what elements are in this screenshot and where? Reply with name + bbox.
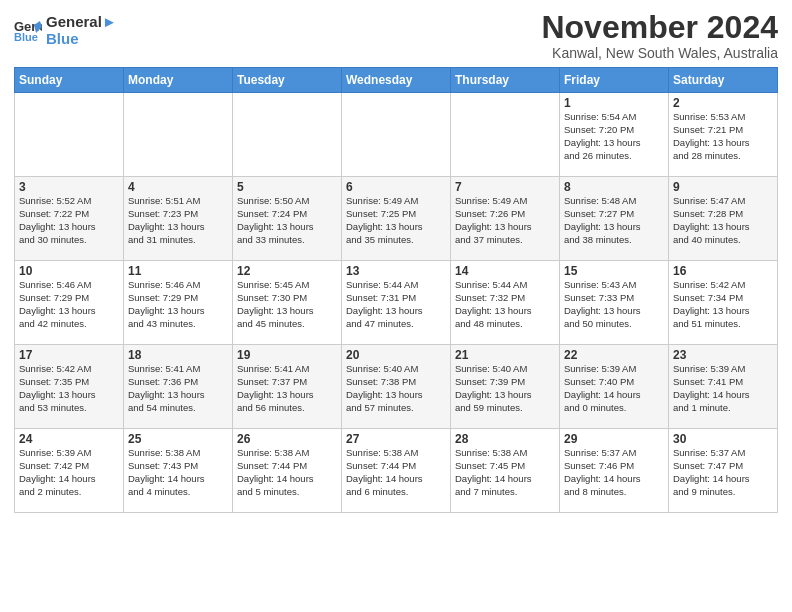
calendar-cell: 22Sunrise: 5:39 AM Sunset: 7:40 PM Dayli… (560, 345, 669, 429)
calendar-cell: 26Sunrise: 5:38 AM Sunset: 7:44 PM Dayli… (233, 429, 342, 513)
page-container: General Blue General► Blue November 2024… (0, 0, 792, 612)
day-info: Sunrise: 5:38 AM Sunset: 7:43 PM Dayligh… (128, 447, 228, 498)
calendar-header-row: Sunday Monday Tuesday Wednesday Thursday… (15, 68, 778, 93)
calendar-cell: 4Sunrise: 5:51 AM Sunset: 7:23 PM Daylig… (124, 177, 233, 261)
calendar-cell: 14Sunrise: 5:44 AM Sunset: 7:32 PM Dayli… (451, 261, 560, 345)
day-info: Sunrise: 5:48 AM Sunset: 7:27 PM Dayligh… (564, 195, 664, 246)
day-number: 11 (128, 264, 228, 278)
day-info: Sunrise: 5:47 AM Sunset: 7:28 PM Dayligh… (673, 195, 773, 246)
day-number: 12 (237, 264, 337, 278)
day-number: 22 (564, 348, 664, 362)
day-info: Sunrise: 5:41 AM Sunset: 7:36 PM Dayligh… (128, 363, 228, 414)
calendar-cell: 30Sunrise: 5:37 AM Sunset: 7:47 PM Dayli… (669, 429, 778, 513)
calendar-cell (124, 93, 233, 177)
day-info: Sunrise: 5:40 AM Sunset: 7:39 PM Dayligh… (455, 363, 555, 414)
calendar-cell: 21Sunrise: 5:40 AM Sunset: 7:39 PM Dayli… (451, 345, 560, 429)
calendar-cell (342, 93, 451, 177)
day-number: 18 (128, 348, 228, 362)
header: General Blue General► Blue November 2024… (14, 10, 778, 61)
logo-general: General► (46, 14, 117, 31)
calendar-cell: 11Sunrise: 5:46 AM Sunset: 7:29 PM Dayli… (124, 261, 233, 345)
calendar-cell: 25Sunrise: 5:38 AM Sunset: 7:43 PM Dayli… (124, 429, 233, 513)
calendar-cell: 9Sunrise: 5:47 AM Sunset: 7:28 PM Daylig… (669, 177, 778, 261)
calendar-cell: 27Sunrise: 5:38 AM Sunset: 7:44 PM Dayli… (342, 429, 451, 513)
week-row-1: 3Sunrise: 5:52 AM Sunset: 7:22 PM Daylig… (15, 177, 778, 261)
day-number: 16 (673, 264, 773, 278)
day-info: Sunrise: 5:41 AM Sunset: 7:37 PM Dayligh… (237, 363, 337, 414)
day-info: Sunrise: 5:52 AM Sunset: 7:22 PM Dayligh… (19, 195, 119, 246)
day-number: 5 (237, 180, 337, 194)
day-info: Sunrise: 5:38 AM Sunset: 7:45 PM Dayligh… (455, 447, 555, 498)
calendar-cell: 1Sunrise: 5:54 AM Sunset: 7:20 PM Daylig… (560, 93, 669, 177)
day-number: 30 (673, 432, 773, 446)
calendar-cell: 16Sunrise: 5:42 AM Sunset: 7:34 PM Dayli… (669, 261, 778, 345)
day-info: Sunrise: 5:54 AM Sunset: 7:20 PM Dayligh… (564, 111, 664, 162)
header-wednesday: Wednesday (342, 68, 451, 93)
day-number: 8 (564, 180, 664, 194)
title-area: November 2024 Kanwal, New South Wales, A… (541, 10, 778, 61)
month-title: November 2024 (541, 10, 778, 45)
day-number: 1 (564, 96, 664, 110)
day-number: 27 (346, 432, 446, 446)
week-row-2: 10Sunrise: 5:46 AM Sunset: 7:29 PM Dayli… (15, 261, 778, 345)
calendar-cell: 2Sunrise: 5:53 AM Sunset: 7:21 PM Daylig… (669, 93, 778, 177)
day-number: 13 (346, 264, 446, 278)
header-thursday: Thursday (451, 68, 560, 93)
day-number: 21 (455, 348, 555, 362)
day-number: 17 (19, 348, 119, 362)
day-info: Sunrise: 5:45 AM Sunset: 7:30 PM Dayligh… (237, 279, 337, 330)
calendar-cell: 15Sunrise: 5:43 AM Sunset: 7:33 PM Dayli… (560, 261, 669, 345)
day-info: Sunrise: 5:44 AM Sunset: 7:32 PM Dayligh… (455, 279, 555, 330)
day-info: Sunrise: 5:42 AM Sunset: 7:35 PM Dayligh… (19, 363, 119, 414)
calendar-cell: 12Sunrise: 5:45 AM Sunset: 7:30 PM Dayli… (233, 261, 342, 345)
day-number: 26 (237, 432, 337, 446)
day-info: Sunrise: 5:49 AM Sunset: 7:26 PM Dayligh… (455, 195, 555, 246)
calendar-cell: 20Sunrise: 5:40 AM Sunset: 7:38 PM Dayli… (342, 345, 451, 429)
day-number: 14 (455, 264, 555, 278)
day-info: Sunrise: 5:49 AM Sunset: 7:25 PM Dayligh… (346, 195, 446, 246)
header-saturday: Saturday (669, 68, 778, 93)
calendar-cell: 18Sunrise: 5:41 AM Sunset: 7:36 PM Dayli… (124, 345, 233, 429)
day-number: 6 (346, 180, 446, 194)
day-info: Sunrise: 5:39 AM Sunset: 7:40 PM Dayligh… (564, 363, 664, 414)
week-row-0: 1Sunrise: 5:54 AM Sunset: 7:20 PM Daylig… (15, 93, 778, 177)
day-number: 19 (237, 348, 337, 362)
calendar-cell: 19Sunrise: 5:41 AM Sunset: 7:37 PM Dayli… (233, 345, 342, 429)
day-number: 7 (455, 180, 555, 194)
calendar-table: Sunday Monday Tuesday Wednesday Thursday… (14, 67, 778, 513)
day-number: 24 (19, 432, 119, 446)
day-info: Sunrise: 5:46 AM Sunset: 7:29 PM Dayligh… (19, 279, 119, 330)
day-info: Sunrise: 5:51 AM Sunset: 7:23 PM Dayligh… (128, 195, 228, 246)
day-info: Sunrise: 5:37 AM Sunset: 7:47 PM Dayligh… (673, 447, 773, 498)
day-number: 29 (564, 432, 664, 446)
day-number: 2 (673, 96, 773, 110)
location: Kanwal, New South Wales, Australia (541, 45, 778, 61)
svg-text:Blue: Blue (14, 31, 38, 43)
header-tuesday: Tuesday (233, 68, 342, 93)
day-info: Sunrise: 5:50 AM Sunset: 7:24 PM Dayligh… (237, 195, 337, 246)
header-monday: Monday (124, 68, 233, 93)
header-friday: Friday (560, 68, 669, 93)
day-info: Sunrise: 5:44 AM Sunset: 7:31 PM Dayligh… (346, 279, 446, 330)
day-number: 4 (128, 180, 228, 194)
day-info: Sunrise: 5:38 AM Sunset: 7:44 PM Dayligh… (346, 447, 446, 498)
calendar-cell: 29Sunrise: 5:37 AM Sunset: 7:46 PM Dayli… (560, 429, 669, 513)
day-info: Sunrise: 5:37 AM Sunset: 7:46 PM Dayligh… (564, 447, 664, 498)
calendar-cell: 7Sunrise: 5:49 AM Sunset: 7:26 PM Daylig… (451, 177, 560, 261)
logo-blue: Blue (46, 31, 117, 48)
calendar-cell (15, 93, 124, 177)
logo: General Blue General► Blue (14, 14, 117, 47)
day-number: 25 (128, 432, 228, 446)
calendar-cell: 5Sunrise: 5:50 AM Sunset: 7:24 PM Daylig… (233, 177, 342, 261)
calendar-cell: 13Sunrise: 5:44 AM Sunset: 7:31 PM Dayli… (342, 261, 451, 345)
calendar-cell: 8Sunrise: 5:48 AM Sunset: 7:27 PM Daylig… (560, 177, 669, 261)
calendar-cell: 3Sunrise: 5:52 AM Sunset: 7:22 PM Daylig… (15, 177, 124, 261)
day-info: Sunrise: 5:42 AM Sunset: 7:34 PM Dayligh… (673, 279, 773, 330)
day-info: Sunrise: 5:39 AM Sunset: 7:41 PM Dayligh… (673, 363, 773, 414)
day-info: Sunrise: 5:40 AM Sunset: 7:38 PM Dayligh… (346, 363, 446, 414)
day-number: 28 (455, 432, 555, 446)
calendar-cell: 24Sunrise: 5:39 AM Sunset: 7:42 PM Dayli… (15, 429, 124, 513)
calendar-cell (233, 93, 342, 177)
day-info: Sunrise: 5:53 AM Sunset: 7:21 PM Dayligh… (673, 111, 773, 162)
calendar-cell: 17Sunrise: 5:42 AM Sunset: 7:35 PM Dayli… (15, 345, 124, 429)
